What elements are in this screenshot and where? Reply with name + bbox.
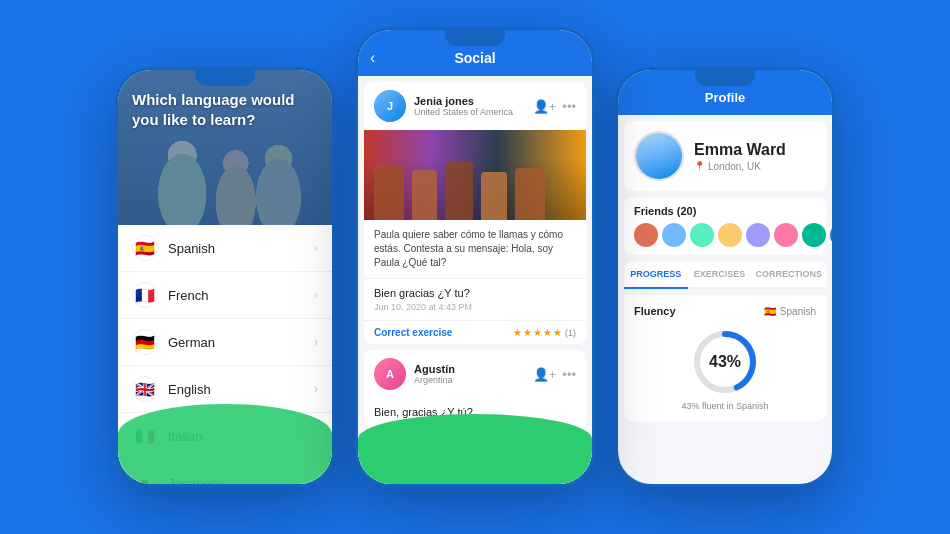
- chevron-icon: ›: [314, 288, 318, 302]
- post-text: Paula quiere saber cómo te llamas y cómo…: [364, 220, 586, 279]
- phone-language-selection: Which language would you like to learn? …: [115, 67, 335, 487]
- language-name: English: [168, 382, 304, 397]
- user-info: Jenia jones United States of America: [414, 95, 525, 117]
- star-rating: ★ ★ ★ ★ ★ (1): [513, 327, 576, 338]
- phone-notch: [445, 30, 505, 46]
- profile-info: Emma Ward 📍 London, UK: [694, 141, 786, 172]
- friends-label: Friends (20): [634, 205, 816, 217]
- add-friend-icon-2[interactable]: 👤+: [533, 367, 557, 382]
- star-count: (1): [565, 328, 576, 338]
- progress-percent: 43%: [690, 327, 760, 397]
- friend-avatar[interactable]: [746, 223, 770, 247]
- list-item[interactable]: 🇪🇸 Spanish ›: [118, 225, 332, 272]
- post-actions: 👤+ •••: [533, 99, 576, 114]
- fluency-subtitle: 43% fluent in Spanish: [681, 401, 768, 411]
- star-icon: ★: [533, 327, 542, 338]
- user-country-2: Argentina: [414, 375, 525, 385]
- hero-section: Which language would you like to learn?: [118, 70, 332, 225]
- fluency-circle: 43% 43% fluent in Spanish: [634, 327, 816, 411]
- tab-corrections[interactable]: CORRECTIONS: [752, 261, 827, 289]
- chevron-icon: ›: [314, 382, 318, 396]
- more-options-icon[interactable]: •••: [562, 99, 576, 114]
- correct-exercise-link[interactable]: Correct exercise: [374, 327, 452, 338]
- fluency-row: Fluency 🇪🇸 Spanish: [634, 305, 816, 317]
- profile-card: Emma Ward 📍 London, UK: [624, 121, 826, 191]
- phone-social: ‹ Social J Jenia jones United States of …: [355, 27, 595, 487]
- friend-avatar[interactable]: [662, 223, 686, 247]
- post-image: [364, 130, 586, 220]
- phones-container: Which language would you like to learn? …: [0, 0, 950, 534]
- chevron-icon: ›: [314, 241, 318, 255]
- phone-notch: [195, 70, 255, 86]
- exercise-section: Correct exercise ★ ★ ★ ★ ★ (1): [364, 321, 586, 344]
- flag-spanish: 🇪🇸: [132, 235, 158, 261]
- more-options-icon-2[interactable]: •••: [562, 367, 576, 382]
- friend-avatar[interactable]: [774, 223, 798, 247]
- list-item[interactable]: 🇩🇪 German ›: [118, 319, 332, 366]
- profile-tabs: PROGRESS EXERCISES CORRECTIONS: [624, 261, 826, 289]
- friend-avatar[interactable]: [690, 223, 714, 247]
- friends-section: Friends (20) +13: [624, 197, 826, 255]
- chevron-icon: ›: [314, 335, 318, 349]
- spanish-flag-icon: 🇪🇸: [764, 306, 776, 317]
- language-name: Spanish: [168, 241, 304, 256]
- social-title: Social: [454, 50, 495, 66]
- list-item[interactable]: 🇫🇷 French ›: [118, 272, 332, 319]
- language-flag: 🇪🇸 Spanish: [764, 306, 816, 317]
- location-text: London, UK: [708, 161, 761, 172]
- tab-progress[interactable]: PROGRESS: [624, 261, 688, 289]
- green-wave-social: [358, 414, 592, 484]
- friend-avatar[interactable]: [718, 223, 742, 247]
- progress-card: Fluency 🇪🇸 Spanish 43% 4: [624, 295, 826, 421]
- profile-title: Profile: [705, 90, 745, 105]
- reply-time: Jun 10, 2020 at 4:43 PM: [374, 302, 576, 312]
- tab-exercises[interactable]: EXERCISES: [688, 261, 752, 289]
- post-actions-2: 👤+ •••: [533, 367, 576, 382]
- more-friends-badge[interactable]: +13: [830, 223, 832, 247]
- flag-english: 🇬🇧: [132, 376, 158, 402]
- profile-name: Emma Ward: [694, 141, 786, 159]
- phone-notch: [695, 70, 755, 86]
- language-name: German: [168, 335, 304, 350]
- user-info-2: Agustín Argentina: [414, 363, 525, 385]
- language-question: Which language would you like to learn?: [132, 90, 318, 129]
- user-country: United States of America: [414, 107, 525, 117]
- flag-german: 🇩🇪: [132, 329, 158, 355]
- friend-avatar[interactable]: [802, 223, 826, 247]
- back-button[interactable]: ‹: [370, 49, 375, 67]
- location-pin-icon: 📍: [694, 161, 705, 171]
- star-icon: ★: [553, 327, 562, 338]
- friend-avatar[interactable]: [634, 223, 658, 247]
- username-2: Agustín: [414, 363, 525, 375]
- star-icon: ★: [513, 327, 522, 338]
- social-feed: J Jenia jones United States of America 👤…: [358, 76, 592, 484]
- add-friend-icon[interactable]: 👤+: [533, 99, 557, 114]
- flag-french: 🇫🇷: [132, 282, 158, 308]
- post-header: J Jenia jones United States of America 👤…: [364, 82, 586, 130]
- language-name: French: [168, 288, 304, 303]
- profile-avatar: [634, 131, 684, 181]
- user-avatar-2: A: [374, 358, 406, 390]
- user-avatar: J: [374, 90, 406, 122]
- avatar-image: [636, 133, 682, 179]
- fluency-language: Spanish: [780, 306, 816, 317]
- phone-profile: Profile Emma Ward 📍 London, UK Friends (…: [615, 67, 835, 487]
- green-wave-decoration: [118, 404, 332, 484]
- profile-location: 📍 London, UK: [694, 161, 786, 172]
- progress-circle: 43%: [690, 327, 760, 397]
- reply-text: Bien gracias ¿Y tu?: [374, 287, 576, 299]
- star-icon: ★: [543, 327, 552, 338]
- username: Jenia jones: [414, 95, 525, 107]
- star-icon: ★: [523, 327, 532, 338]
- fluency-label: Fluency: [634, 305, 676, 317]
- post-header: A Agustín Argentina 👤+ •••: [364, 350, 586, 398]
- social-post-1: J Jenia jones United States of America 👤…: [364, 82, 586, 344]
- friends-avatars: +13: [634, 223, 816, 247]
- reply-section: Bien gracias ¿Y tu? Jun 10, 2020 at 4:43…: [364, 279, 586, 321]
